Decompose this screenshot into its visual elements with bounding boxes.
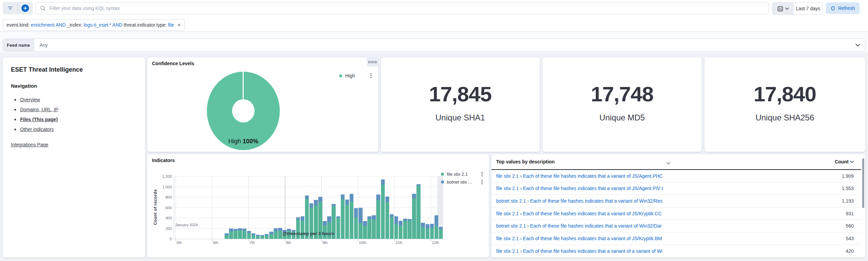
page-title: ESET Threat Intelligence	[11, 66, 137, 73]
metric-panel-unique-sha1: 17,845Unique SHA1	[381, 57, 540, 152]
metric-value: 17,748	[591, 82, 654, 106]
y-tick-label: 1,000	[150, 185, 172, 189]
filter-segment-op: AND	[111, 22, 124, 28]
column-header-count[interactable]: Count	[835, 159, 854, 164]
x-tick-label: 10th	[359, 241, 366, 245]
x-tick-label: 7th	[249, 241, 255, 245]
chevron-down-icon	[785, 8, 789, 10]
nav-link-other-indicators[interactable]: Other indicators	[20, 127, 54, 132]
legend-dot	[441, 180, 444, 184]
table-row: file stix 2.1 › Each of these file hashe…	[491, 232, 861, 245]
legend-actions-icon[interactable]	[482, 172, 483, 176]
bar-segment-botnet-stix	[390, 214, 394, 217]
bar-segment-botnet-stix	[238, 228, 242, 230]
x-tick-mark	[285, 239, 285, 241]
legend-dot	[339, 74, 342, 77]
x-tick-mark	[394, 239, 395, 241]
nav-link-files-this-page-[interactable]: Files (This page)	[20, 117, 58, 122]
filter-button-group	[3, 2, 33, 14]
donut-slice-gap	[243, 72, 244, 100]
table-scrollbar-thumb[interactable]	[862, 158, 864, 208]
y-tick-label: 400	[150, 216, 172, 220]
bullet-icon	[14, 119, 16, 120]
filter-lines-icon	[7, 5, 13, 11]
refresh-label: Refresh	[838, 5, 855, 11]
confidence-levels-panel: Confidence Levels High 100% High	[147, 57, 378, 152]
saved-filters-button[interactable]	[3, 2, 18, 14]
metric-value: 17,840	[753, 82, 816, 106]
bullet-icon	[14, 129, 16, 130]
table-cell-description-link[interactable]: file stix 2.1 › Each of these file hashe…	[496, 248, 839, 254]
bar-segment-botnet-stix	[305, 195, 309, 199]
refresh-icon	[831, 6, 836, 11]
table-cell-description-link[interactable]: file stix 2.1 › Each of these file hashe…	[496, 211, 839, 216]
table-cell-description-link[interactable]: botnet stix 2.1 › Each of these file has…	[496, 198, 835, 204]
filter-pill[interactable]: event.kind: enrichment AND _index: logs-…	[3, 19, 185, 31]
bar-segment-botnet-stix	[345, 200, 349, 205]
bar-segment-botnet-stix	[394, 216, 398, 224]
x-tick-mark	[321, 239, 322, 241]
integrations-page-link[interactable]: Integrations Page	[11, 142, 48, 147]
table-cell-description-link[interactable]: file stix 2.1 › Each of these file hashe…	[496, 173, 835, 179]
table-cell-description-link[interactable]: file stix 2.1 › Each of these file hashe…	[496, 186, 835, 191]
legend-label: file stix 2.1	[447, 172, 468, 177]
x-axis-context-label: January 2024	[175, 223, 198, 227]
table-row: file stix 2.1 › Each of these file hashe…	[491, 245, 861, 258]
bar-segment-botnet-stix	[323, 221, 327, 225]
panel-options-icon[interactable]	[367, 57, 378, 67]
bar-segment-botnet-stix	[412, 194, 416, 198]
search-icon	[40, 5, 46, 11]
kql-search-input[interactable]: Filter your data using KQL syntax	[35, 2, 769, 14]
stacked-bar-chart[interactable]: 5th6th7th8th9th10th11th12th	[174, 176, 443, 239]
table-cell-count: 1,553	[842, 186, 854, 191]
filter-segment-field: threat.indicator.type:	[124, 22, 168, 28]
x-tick-mark	[176, 239, 176, 241]
bullet-icon	[14, 109, 16, 111]
feed-name-select[interactable]: Any	[34, 39, 855, 51]
add-filter-button[interactable]	[18, 2, 33, 14]
legend-actions-icon[interactable]	[482, 180, 483, 184]
legend-item-file-stix[interactable]: file stix 2.1	[441, 172, 468, 177]
x-tick-label: 8th	[286, 241, 291, 245]
date-picker-menu-button[interactable]	[773, 3, 794, 14]
search-placeholder: Filter your data using KQL syntax	[49, 5, 120, 11]
bar-segment-botnet-stix	[341, 194, 345, 199]
nav-link-overview[interactable]: Overview	[20, 97, 40, 102]
x-axis-title: @timestamp per 3 hours	[174, 231, 443, 236]
bar-segment-botnet-stix	[318, 197, 322, 202]
bar-segment-botnet-stix	[354, 208, 358, 217]
nav-link-domains-url-ip[interactable]: Domains, URL, IP	[20, 107, 58, 112]
column-header-description[interactable]: Top values by description	[496, 159, 555, 164]
feed-chevron-container[interactable]	[855, 39, 865, 51]
table-cell-count: 1,909	[842, 173, 854, 179]
table-header-row: Top values by description Count	[491, 154, 861, 170]
time-range-value[interactable]: Last 7 days	[794, 3, 822, 14]
table-cell-count: 420	[846, 248, 854, 254]
feed-name-control: Feed name Any	[3, 39, 865, 52]
table-cell-description-link[interactable]: file stix 2.1 › Each of these file hashe…	[496, 236, 839, 241]
metric-value: 17,845	[429, 82, 492, 106]
filter-segment-value: file	[168, 22, 174, 28]
x-tick-mark	[248, 239, 249, 241]
x-gridline-7th	[248, 176, 249, 239]
bar-segment-botnet-stix	[416, 184, 421, 186]
chevron-down-icon	[855, 44, 860, 47]
bar-segment-botnet-stix	[367, 216, 371, 219]
calendar-icon	[777, 6, 783, 12]
refresh-button[interactable]: Refresh	[826, 2, 860, 14]
legend-item-high[interactable]: High	[339, 73, 355, 78]
remove-filter-icon[interactable]: ✕	[177, 23, 181, 28]
bar-segment-botnet-stix	[350, 194, 354, 201]
chevron-down-icon[interactable]	[666, 160, 671, 166]
bar-segment-file-stix	[260, 236, 264, 239]
table-cell-description-link[interactable]: botnet stix 2.1 › Each of these file has…	[496, 223, 839, 229]
dashboard-app: Filter your data using KQL syntax Last 7…	[0, 0, 868, 261]
legend-item-botnet-stix[interactable]: botnet stix ...	[441, 179, 472, 185]
top-values-table-panel: Top values by description Count file sti…	[491, 154, 865, 258]
filter-segment-field: _index:	[67, 22, 83, 28]
legend-actions-icon[interactable]	[370, 73, 371, 78]
bar-segment-botnet-stix	[421, 223, 425, 227]
x-tick-mark	[431, 239, 431, 241]
metric-label: Unique MD5	[599, 113, 645, 122]
bar-segment-botnet-stix	[363, 221, 367, 226]
